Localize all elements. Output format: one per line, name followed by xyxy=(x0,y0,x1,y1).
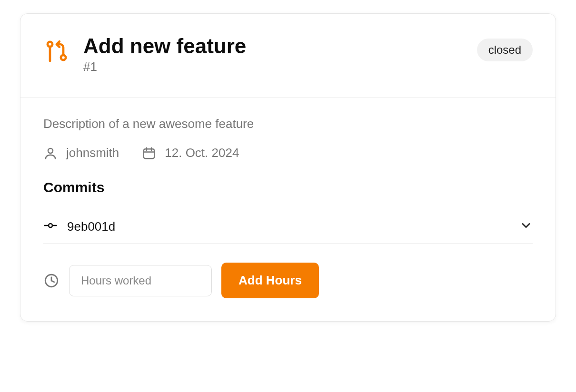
hours-row: Add Hours xyxy=(43,263,533,298)
commit-left: 9eb001d xyxy=(43,218,115,235)
card-header: Add new feature #1 closed xyxy=(20,14,556,98)
description-text: Description of a new awesome feature xyxy=(43,117,533,131)
hours-worked-input[interactable] xyxy=(69,265,212,296)
svg-point-3 xyxy=(48,148,53,153)
author-name: johnsmith xyxy=(66,146,119,160)
commit-hash: 9eb001d xyxy=(67,219,115,234)
clock-icon xyxy=(43,273,60,289)
git-commit-icon xyxy=(43,218,58,235)
calendar-icon xyxy=(142,146,156,160)
date-text: 12. Oct. 2024 xyxy=(165,146,239,160)
svg-rect-4 xyxy=(144,149,155,158)
pull-request-icon xyxy=(43,38,70,66)
card-body: Description of a new awesome feature joh… xyxy=(20,98,556,321)
status-badge: closed xyxy=(477,39,533,61)
commits-heading: Commits xyxy=(43,179,533,196)
chevron-down-icon xyxy=(519,219,533,234)
issue-number: #1 xyxy=(83,59,246,74)
pull-request-card: Add new feature #1 closed Description of… xyxy=(20,13,556,322)
meta-row: johnsmith 12. Oct. 2024 xyxy=(43,146,533,160)
user-icon xyxy=(43,146,58,160)
page-title: Add new feature xyxy=(83,35,246,58)
add-hours-button[interactable]: Add Hours xyxy=(221,263,319,298)
header-left: Add new feature #1 xyxy=(43,35,246,74)
commit-row[interactable]: 9eb001d xyxy=(43,210,533,244)
title-block: Add new feature #1 xyxy=(83,35,246,74)
